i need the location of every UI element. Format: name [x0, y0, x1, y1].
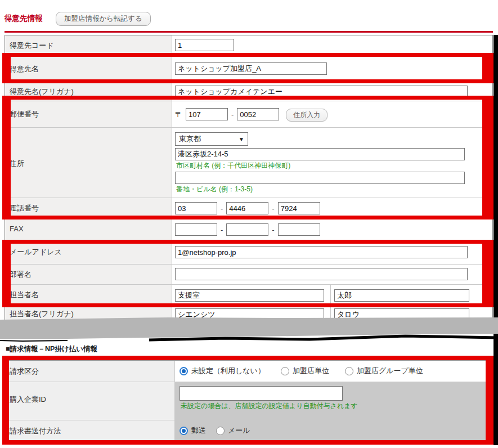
address-lookup-button[interactable]: 住所入力	[286, 109, 327, 122]
customer-code-label: 得意先コード	[5, 35, 172, 55]
row-invoice-send-method: 請求書送付方法 郵送 メール	[5, 420, 492, 441]
customer-kana-input[interactable]	[175, 86, 468, 98]
telephone-separator-1: -	[221, 204, 223, 213]
fax-input-1[interactable]	[175, 223, 217, 236]
customer-name-label: 得意先名	[5, 55, 172, 83]
billing-section-title: ■請求情報－NP掛け払い情報	[6, 344, 97, 354]
postal-mark: 〒	[175, 110, 182, 120]
address-label: 住所	[5, 128, 172, 198]
row-contact-person: 担当者名	[5, 285, 492, 307]
radio-unset-icon[interactable]	[180, 367, 188, 375]
telephone-input-1[interactable]	[175, 202, 217, 214]
telephone-separator-2: -	[272, 204, 274, 213]
company-id-hint: 未設定の場合は、店舗設定の設定値より自動付与されます	[181, 402, 492, 410]
street-hint: 番地・ビル名 (例：1-3-5)	[176, 185, 492, 194]
fax-input-3[interactable]	[278, 223, 320, 236]
contact-person-input-1[interactable]	[175, 289, 324, 302]
postal-separator: -	[231, 110, 234, 119]
row-postal-code: 郵便番号 〒-住所入力	[5, 101, 492, 128]
window-edge-shadow	[493, 35, 498, 445]
postal-code-input-1[interactable]	[186, 108, 228, 120]
row-email: メールアドレス	[5, 240, 492, 265]
city-hint: 市区町村名 (例：千代田区神田神保町)	[176, 162, 492, 170]
row-address: 住所 東京都 ▼ 市区町村名 (例：千代田区神田神保町) 番地・ビル名 (例：1…	[5, 128, 492, 198]
row-fax: FAX --	[5, 219, 492, 240]
page-title: 得意先情報	[5, 14, 43, 24]
row-customer-code: 得意先コード	[5, 35, 492, 55]
customer-info-table: 得意先コード 得意先名 得意先名(フリガナ) 郵便番号 〒-住所入力 住所 東京…	[5, 35, 493, 324]
row-telephone: 電話番号 --	[5, 198, 492, 219]
transfer-from-merchant-button[interactable]: 加盟店情報から転記する	[56, 12, 151, 26]
row-customer-kana: 得意先名(フリガナ)	[5, 83, 492, 101]
row-company-id: 購入企業ID 未設定の場合は、店舗設定の設定値より自動付与されます	[5, 382, 492, 420]
radio-unset-label[interactable]: 未設定（利用しない）	[191, 366, 265, 376]
billing-info-table: 請求区分 未設定（利用しない） 加盟店単位 加盟店グループ単位 購入企業ID 未…	[5, 360, 493, 442]
email-input[interactable]	[175, 246, 468, 258]
fax-input-2[interactable]	[226, 223, 268, 236]
invoice-send-method-label: 請求書送付方法	[5, 420, 175, 441]
customer-code-input[interactable]	[175, 39, 234, 51]
telephone-input-2[interactable]	[226, 202, 268, 214]
contact-person-label: 担当者名	[5, 285, 172, 306]
company-id-label: 購入企業ID	[5, 382, 175, 420]
postal-code-label: 郵便番号	[5, 101, 172, 127]
torn-screenshot-divider	[0, 313, 498, 344]
telephone-input-3[interactable]	[278, 202, 320, 214]
department-input[interactable]	[175, 268, 468, 280]
fax-separator-2: -	[272, 226, 274, 234]
prefecture-selected-value: 東京都	[179, 134, 201, 144]
customer-kana-label: 得意先名(フリガナ)	[5, 83, 172, 101]
chevron-down-icon: ▼	[239, 136, 244, 142]
telephone-label: 電話番号	[5, 198, 172, 219]
row-customer-name: 得意先名	[5, 55, 492, 83]
email-label: メールアドレス	[5, 240, 172, 264]
contact-person-input-2[interactable]	[334, 289, 469, 302]
fax-separator-1: -	[221, 226, 223, 234]
radio-email-label[interactable]: メール	[228, 425, 250, 436]
fax-label: FAX	[5, 219, 172, 240]
radio-merchant-group-unit-label[interactable]: 加盟店グループ単位	[357, 366, 423, 376]
row-billing-category: 請求区分 未設定（利用しない） 加盟店単位 加盟店グループ単位	[5, 361, 492, 382]
street-input[interactable]	[175, 172, 465, 184]
header-divider	[5, 31, 493, 33]
city-input[interactable]	[175, 148, 465, 160]
customer-name-input[interactable]	[175, 62, 327, 75]
radio-postal-label[interactable]: 郵送	[191, 425, 206, 436]
radio-email-icon[interactable]	[216, 427, 225, 435]
department-label: 部署名	[5, 265, 172, 284]
radio-merchant-unit-label[interactable]: 加盟店単位	[293, 366, 329, 376]
radio-merchant-unit-icon[interactable]	[281, 367, 289, 375]
radio-merchant-group-unit-icon[interactable]	[345, 367, 353, 375]
prefecture-select[interactable]: 東京都 ▼	[175, 132, 248, 146]
radio-postal-icon[interactable]	[180, 427, 188, 435]
row-department: 部署名	[5, 265, 492, 285]
company-id-input[interactable]	[180, 386, 343, 401]
postal-code-input-2[interactable]	[237, 108, 279, 120]
billing-category-label: 請求区分	[5, 361, 175, 382]
